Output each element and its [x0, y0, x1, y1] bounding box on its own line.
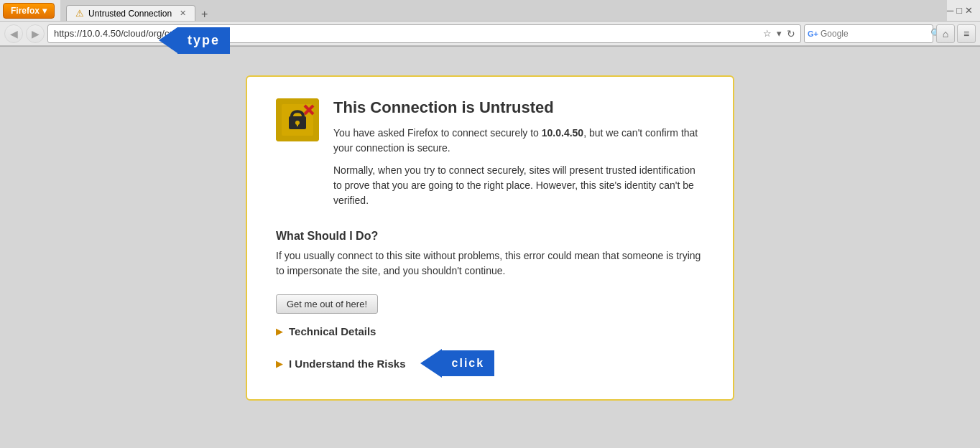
tab-close-button[interactable]: ✕: [180, 9, 186, 18]
type-label: type: [177, 27, 230, 54]
url-bar-icons: ☆ ▾ ↻: [762, 27, 797, 40]
what-desc: If you usually connect to this site with…: [276, 248, 704, 279]
browser-menu-button[interactable]: ≡: [957, 24, 976, 43]
error-header: This Connection is Untrusted You have as…: [276, 98, 704, 215]
menu-icon: ≡: [963, 28, 969, 39]
firefox-menu-button[interactable]: Firefox ▾: [3, 3, 55, 19]
new-tab-button[interactable]: +: [195, 8, 213, 21]
firefox-dropdown-icon: ▾: [42, 6, 47, 16]
chevron-down-icon: ▾: [777, 28, 782, 39]
maximize-button[interactable]: □: [956, 5, 962, 16]
forward-icon: ▶: [32, 28, 40, 39]
error-desc-prefix: You have asked Firefox to connect secure…: [333, 127, 542, 139]
forward-button[interactable]: ▶: [26, 24, 45, 43]
google-logo: G+: [808, 29, 818, 38]
search-input[interactable]: [820, 29, 928, 39]
back-button[interactable]: ◀: [4, 24, 23, 43]
bookmark-button[interactable]: ☆: [762, 27, 773, 39]
error-box: This Connection is Untrusted You have as…: [246, 75, 734, 401]
page-content: This Connection is Untrusted You have as…: [0, 47, 980, 429]
browser-chrome: Firefox ▾ ⚠ Untrusted Connection ✕ + ─ □…: [0, 0, 980, 47]
warning-svg: [276, 98, 319, 141]
star-icon: ☆: [763, 28, 772, 39]
title-bar: Firefox ▾ ⚠ Untrusted Connection ✕ + ─ □…: [0, 0, 980, 22]
nav-right-buttons: ⌂ ≡: [936, 24, 976, 43]
error-desc-2: Normally, when you try to connect secure…: [333, 163, 704, 208]
minimize-button[interactable]: ─: [947, 5, 953, 16]
refresh-button[interactable]: ↻: [785, 27, 797, 40]
tab-title: Untrusted Connection: [88, 9, 172, 19]
home-button[interactable]: ⌂: [936, 24, 955, 43]
back-icon: ◀: [10, 28, 18, 39]
error-text-block: This Connection is Untrusted You have as…: [333, 98, 704, 215]
get-out-button[interactable]: Get me out of here!: [276, 294, 378, 314]
technical-details-label: Technical Details: [289, 325, 376, 337]
close-window-button[interactable]: ✕: [965, 5, 973, 16]
refresh-icon: ↻: [787, 28, 795, 39]
error-desc-1: You have asked Firefox to connect secure…: [333, 126, 704, 156]
understand-risks-section[interactable]: ▶ I Understand the Risks click: [276, 349, 704, 378]
error-title: This Connection is Untrusted: [333, 98, 704, 117]
search-bar: G+ 🔍: [804, 24, 933, 43]
error-ip: 10.0.4.50: [542, 127, 583, 139]
bookmark-dropdown-button[interactable]: ▾: [775, 27, 783, 39]
navigation-bar: ◀ ▶ ☆ ▾ ↻ type: [0, 22, 980, 46]
understand-expand-arrow: ▶: [276, 358, 283, 369]
click-annotation: click: [420, 349, 495, 378]
connection-warning-icon: [276, 98, 319, 141]
understand-risks-label: I Understand the Risks: [289, 358, 406, 370]
firefox-button-label: Firefox: [11, 6, 40, 16]
technical-details-section[interactable]: ▶ Technical Details: [276, 325, 704, 337]
active-tab[interactable]: ⚠ Untrusted Connection ✕: [66, 5, 195, 21]
what-should-do-title: What Should I Do?: [276, 230, 704, 243]
click-arrow-head: [420, 349, 442, 378]
svg-rect-4: [297, 123, 298, 126]
tab-bar: ⚠ Untrusted Connection ✕ +: [60, 0, 947, 21]
click-label: click: [442, 350, 495, 376]
type-arrow-head: [159, 27, 177, 53]
technical-expand-arrow: ▶: [276, 326, 283, 337]
home-icon: ⌂: [943, 28, 948, 39]
url-bar-container: ☆ ▾ ↻ type: [47, 24, 801, 43]
tab-warning-icon: ⚠: [75, 8, 84, 19]
type-annotation: type: [159, 27, 230, 54]
